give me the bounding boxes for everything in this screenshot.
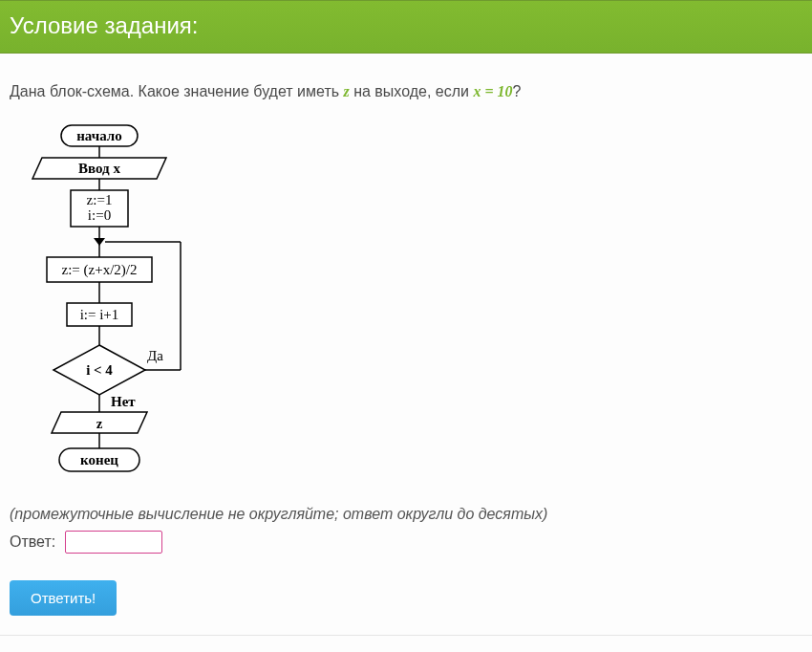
answer-input[interactable] xyxy=(65,531,162,554)
flow-input: Ввод x xyxy=(78,161,120,176)
task-header: Условие задания: xyxy=(0,1,812,54)
svg-marker-6 xyxy=(94,238,105,246)
task-page: Условие задания: Дана блок-схема. Какое … xyxy=(0,0,812,636)
prompt-text-2: на выходе, если xyxy=(350,83,474,99)
flow-output: z xyxy=(96,416,103,431)
flow-end: конец xyxy=(80,452,118,467)
prompt-text-1: Дана блок-схема. Какое значение будет им… xyxy=(10,83,344,99)
submit-button[interactable]: Ответить! xyxy=(10,580,117,616)
task-prompt: Дана блок-схема. Какое значение будет им… xyxy=(10,82,802,102)
answer-label: Ответ: xyxy=(10,533,55,551)
flow-no: Нет xyxy=(111,394,136,409)
flow-step-i: i:= i+1 xyxy=(80,307,119,322)
flow-init-i: i:=0 xyxy=(88,207,111,223)
task-hint: (промежуточные вычисление не округляйте;… xyxy=(10,506,802,523)
task-header-title: Условие задания: xyxy=(10,12,198,38)
answer-row: Ответ: xyxy=(10,531,802,554)
flow-start: начало xyxy=(76,128,122,143)
prompt-equation: x = 10 xyxy=(473,83,512,99)
task-content: Дана блок-схема. Какое значение будет им… xyxy=(0,54,812,616)
submit-button-label: Ответить! xyxy=(31,590,96,606)
flowchart-image: начало Ввод x z:=1 i:=0 z:= (z+x/2)/2 xyxy=(23,123,802,489)
flow-init-z: z:=1 xyxy=(87,192,113,207)
flow-yes: Да xyxy=(147,348,163,363)
prompt-text-3: ? xyxy=(513,83,522,99)
flow-cond: i < 4 xyxy=(86,362,113,378)
flow-step-z: z:= (z+x/2)/2 xyxy=(62,262,138,278)
